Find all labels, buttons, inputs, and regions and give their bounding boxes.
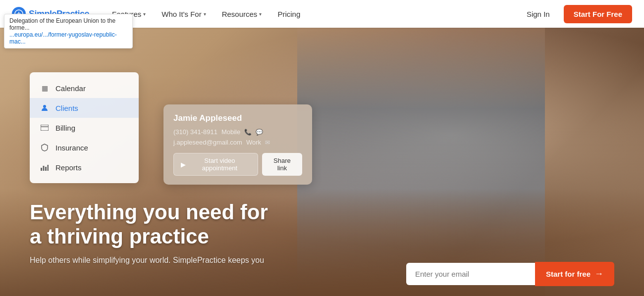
sidebar-item-calendar[interactable]: ▦ Calendar bbox=[30, 78, 139, 98]
svg-rect-9 bbox=[48, 165, 49, 171]
nav-tooltip: Delegation of the European Union to the … bbox=[4, 14, 133, 49]
sidebar-item-insurance[interactable]: Insurance bbox=[30, 138, 139, 157]
tooltip-line1: Delegation of the European Union to the … bbox=[9, 17, 127, 31]
nav-pricing[interactable]: Pricing bbox=[270, 6, 307, 22]
email-input[interactable] bbox=[406, 263, 535, 285]
email-icon: ✉ bbox=[265, 139, 270, 146]
resources-chevron-icon: ▾ bbox=[259, 11, 262, 17]
clients-icon bbox=[40, 103, 50, 113]
nav-links: Features ▾ Who It's For ▾ Resources ▾ Pr… bbox=[105, 6, 521, 22]
hero-headline: Everything you need for a thriving pract… bbox=[30, 200, 268, 248]
nav-right: Sign In Start For Free bbox=[521, 5, 632, 23]
hero-subtext: Help others while simplifying your world… bbox=[30, 254, 268, 266]
hero-section: ▦ Calendar Clients Billing bbox=[0, 28, 644, 296]
svg-point-3 bbox=[43, 105, 46, 108]
client-phone-row: (310) 341-8911 Mobile 📞 💬 bbox=[173, 128, 302, 136]
share-link-button[interactable]: Share link bbox=[262, 153, 302, 176]
calendar-icon: ▦ bbox=[40, 83, 50, 93]
start-video-button[interactable]: ▶ Start video appointment bbox=[173, 153, 258, 176]
nav-resources[interactable]: Resources ▾ bbox=[215, 6, 269, 22]
reports-icon bbox=[40, 162, 50, 172]
client-email-row: j.appleseed@gmail.com Work ✉ bbox=[173, 139, 302, 146]
sidebar-item-clients[interactable]: Clients bbox=[30, 98, 139, 118]
cta-start-button[interactable]: Start for free → bbox=[535, 262, 614, 286]
sidebar-item-reports[interactable]: Reports bbox=[30, 157, 139, 177]
hero-text: Everything you need for a thriving pract… bbox=[30, 200, 268, 266]
client-email-type: Work bbox=[246, 139, 261, 146]
svg-rect-8 bbox=[45, 167, 47, 171]
start-for-free-button[interactable]: Start For Free bbox=[564, 5, 632, 23]
app-sidebar-ui: ▦ Calendar Clients Billing bbox=[30, 72, 139, 183]
client-phone-type: Mobile bbox=[221, 128, 240, 136]
navbar: SimplePractice Features ▾ Who It's For ▾… bbox=[0, 0, 644, 28]
who-chevron-icon: ▾ bbox=[204, 11, 206, 17]
arrow-icon: → bbox=[594, 269, 603, 279]
tooltip-line2: ...europa.eu/.../former-yugoslav-republi… bbox=[9, 31, 127, 45]
phone-icon: 📞 bbox=[244, 129, 252, 136]
client-phone: (310) 341-8911 bbox=[173, 128, 217, 136]
client-email: j.appleseed@gmail.com bbox=[173, 139, 242, 146]
message-icon: 💬 bbox=[256, 129, 263, 136]
client-name: Jamie Appleseed bbox=[173, 113, 302, 123]
video-icon: ▶ bbox=[181, 161, 186, 168]
client-card: Jamie Appleseed (310) 341-8911 Mobile 📞 … bbox=[163, 104, 312, 185]
insurance-icon bbox=[40, 143, 50, 152]
client-actions: ▶ Start video appointment Share link bbox=[173, 153, 302, 176]
sign-in-button[interactable]: Sign In bbox=[521, 6, 556, 22]
hero-cta: Start for free → bbox=[406, 262, 614, 286]
svg-rect-6 bbox=[41, 168, 42, 171]
svg-rect-4 bbox=[41, 125, 49, 131]
svg-rect-7 bbox=[43, 166, 45, 171]
billing-icon bbox=[40, 123, 50, 133]
features-chevron-icon: ▾ bbox=[143, 11, 146, 17]
sidebar-item-billing[interactable]: Billing bbox=[30, 118, 139, 138]
nav-who-its-for[interactable]: Who It's For ▾ bbox=[155, 6, 213, 22]
